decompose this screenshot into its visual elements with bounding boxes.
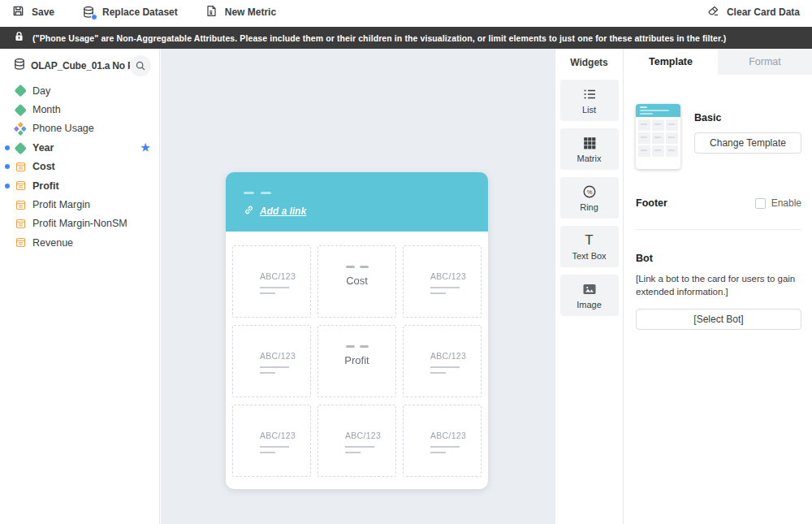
save-button[interactable]: Save [12,5,54,19]
card-cell-placeholder[interactable]: ABC/123 [403,325,482,397]
card-cell-metric[interactable]: Profit [317,325,396,397]
widget-image-button[interactable]: Image [560,275,619,316]
image-icon [581,281,598,297]
metric-value-placeholder [346,345,369,348]
dataset-field-cost[interactable]: Cost [0,158,159,176]
widget-matrix-button[interactable]: Matrix [560,128,619,170]
attribute-icon [15,104,26,115]
new-metric-button[interactable]: New Metric [205,5,276,19]
bot-label: Bot [636,253,801,264]
toolbar: Save Replace Dataset New Metric Clea [0,0,812,24]
bot-section: Bot [Link a bot to the card for users to… [636,253,801,330]
placeholder-line [345,446,374,448]
dataset-field-phone-usage[interactable]: Phone Usage [0,119,159,138]
template-section: Basic Change Template [624,75,812,169]
placeholder-line [260,292,275,294]
favorite-star-icon[interactable]: ★ [140,141,150,154]
clear-card-data-button[interactable]: Clear Card Data [707,5,800,19]
dataset-sidebar: OLAP_Cube_01.a No Par P... DayMonthPhone… [0,49,160,524]
field-label: Year [32,142,54,154]
card-cell-placeholder[interactable]: ABC/123 [232,325,311,397]
dataset-field-profit-margin-nonsm[interactable]: Profit Margin-NonSM [0,214,159,233]
widget-label: Text Box [572,251,606,261]
dataset-cube-icon [13,58,26,74]
placeholder-line [430,366,460,368]
metric-name: Profit [344,354,369,366]
placeholder-line [260,372,275,374]
card-cell-placeholder[interactable]: ABC/123 [232,245,311,318]
dataset-field-day[interactable]: Day [0,81,159,100]
warning-banner: ("Phone Usage" are Non-Aggregatable Attr… [0,27,812,49]
title-placeholder-dashes [244,192,488,194]
metric-icon [15,180,26,192]
metric-value-placeholder [346,266,369,268]
dataset-field-profit-margin[interactable]: Profit Margin [0,195,159,214]
field-label: Phone Usage [32,123,94,134]
template-thumbnail-header [636,104,680,117]
placeholder-label: ABC/123 [430,431,481,440]
placeholder-label: ABC/123 [345,431,395,440]
warning-text: ("Phone Usage" are Non-Aggregatable Attr… [32,33,726,43]
metric-icon [15,199,26,210]
placeholder-line [260,287,289,288]
placeholder-line [260,366,289,368]
ring-icon: % [581,184,598,200]
field-label: Day [32,85,50,97]
placeholder-label: ABC/123 [260,431,310,440]
tab-template[interactable]: Template [624,49,718,75]
in-use-dot [5,145,10,150]
card-cell-placeholder[interactable]: ABC/123 [317,405,396,477]
template-name: Basic [694,112,801,123]
search-button[interactable] [130,55,151,76]
placeholder-line [430,446,460,448]
compound-attribute-icon [15,123,26,134]
template-thumbnail-grid [636,117,680,159]
dataset-field-profit[interactable]: Profit [0,176,159,195]
placeholder-line [345,452,361,453]
dataset-header: OLAP_Cube_01.a No Par P... [0,49,159,78]
tab-format[interactable]: Format [718,49,812,75]
right-panel: Template Format Basic Change Template Fo… [624,49,812,524]
card-header[interactable]: Add a link [226,172,488,232]
textbox-icon: T [585,232,593,249]
footer-row: Footer Enable [636,197,801,209]
enable-checkbox[interactable] [755,198,766,209]
attribute-icon [15,85,26,97]
add-link-button[interactable]: Add a link [244,204,488,219]
dataset-field-year[interactable]: Year★ [0,138,159,157]
change-template-button[interactable]: Change Template [694,132,801,154]
widget-label: List [582,105,596,115]
placeholder-line [430,452,446,453]
dataset-field-month[interactable]: Month [0,100,159,119]
replace-dataset-button[interactable]: Replace Dataset [82,6,178,19]
dataset-field-revenue[interactable]: Revenue [0,233,159,252]
placeholder-line [430,287,460,288]
canvas: Add a link ABC/123CostABC/123ABC/123Prof… [161,49,555,524]
footer-enable: Enable [755,197,801,209]
widget-list-button[interactable]: List [560,80,619,121]
select-bot-button[interactable]: [Select Bot] [636,309,801,330]
card-preview: Add a link ABC/123CostABC/123ABC/123Prof… [226,172,488,489]
metric-icon [15,218,26,229]
panel-tabs: Template Format [624,49,812,75]
widget-ring-button[interactable]: %Ring [560,177,619,219]
card-cell-placeholder[interactable]: ABC/123 [403,405,482,477]
dataset-fields-list: DayMonthPhone UsageYear★CostProfitProfit… [0,81,159,253]
database-refresh-icon [82,6,95,19]
svg-text:%: % [586,188,592,196]
card-cell-placeholder[interactable]: ABC/123 [232,405,311,477]
card-cell-placeholder[interactable]: ABC/123 [403,245,482,318]
field-label: Profit [32,180,59,192]
toolbar-left-group: Save Replace Dataset New Metric [12,5,276,19]
save-label: Save [32,6,54,18]
in-use-dot [5,164,10,169]
widget-textbox-button[interactable]: TText Box [560,226,619,267]
metric-icon [15,161,26,172]
dataset-name: OLAP_Cube_01.a No Par P... [31,60,130,71]
new-metric-label: New Metric [225,6,276,18]
card-cell-metric[interactable]: Cost [317,245,396,318]
field-label: Revenue [32,237,73,249]
card-grid: ABC/123CostABC/123ABC/123ProfitABC/123AB… [226,232,488,489]
widget-label: Image [577,300,602,310]
clear-card-data-label: Clear Card Data [727,6,800,18]
